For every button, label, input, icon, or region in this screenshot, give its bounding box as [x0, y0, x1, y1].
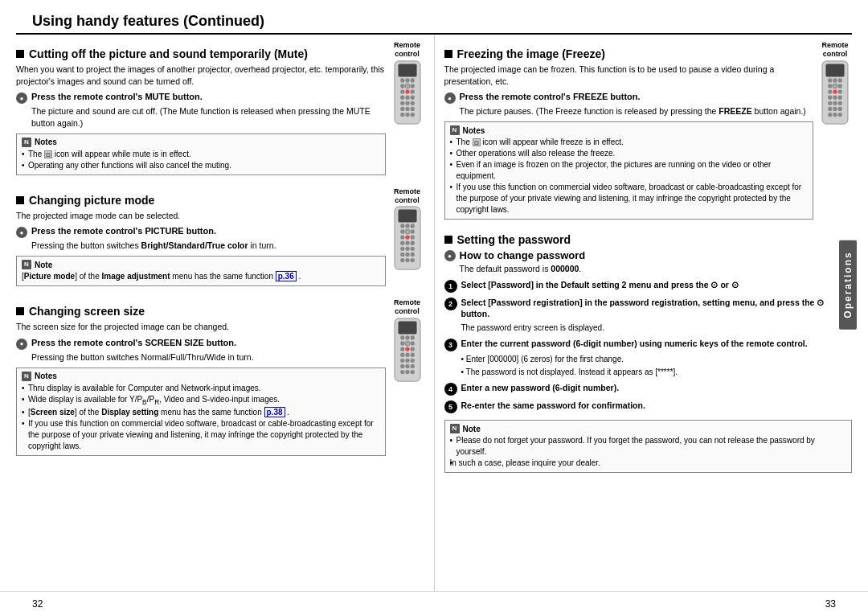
svg-point-11 — [400, 95, 404, 99]
svg-point-76 — [838, 84, 842, 88]
screen-size-note-1: Thru display is available for Computer a… — [22, 383, 380, 394]
svg-point-5 — [400, 84, 404, 88]
freeze-notes-title: N Notes — [450, 125, 809, 135]
password-header: Setting the password — [444, 233, 853, 246]
svg-rect-1 — [398, 64, 416, 76]
svg-point-3 — [405, 78, 409, 82]
screen-size-step-title: Press the remote control's SCREEN SIZE b… — [31, 338, 236, 347]
svg-point-20 — [400, 112, 404, 116]
picture-mode-step-desc: Pressing the button switches Bright/Stan… — [31, 240, 386, 252]
svg-point-86 — [828, 106, 832, 110]
col-right: Freezing the image (Freeze) The projecte… — [435, 35, 853, 591]
picture-mode-header: Changing picture mode — [16, 194, 386, 207]
mute-remote-wrapper: Remotecontrol — [391, 41, 424, 125]
svg-rect-70 — [825, 64, 844, 76]
mute-title: Cutting off the picture and sound tempor… — [29, 47, 308, 60]
password-step-2-num: 2 — [444, 298, 457, 310]
col-left: Cutting off the picture and sound tempor… — [16, 35, 435, 591]
password-step-5: 5 Re-enter the same password for confirm… — [444, 400, 853, 413]
svg-point-6 — [404, 83, 409, 88]
svg-point-17 — [400, 106, 404, 110]
password-step-3-sub1: • Enter [000000] (6 zeros) for the first… — [461, 354, 853, 365]
freeze-desc: The projected image can be frozen. This … — [444, 64, 814, 87]
svg-point-8 — [400, 89, 404, 93]
svg-point-79 — [838, 89, 842, 93]
screen-size-note-4: If you use this function on commercial v… — [22, 418, 380, 452]
svg-point-80 — [828, 95, 832, 99]
password-note-1: Please do not forget your password. If y… — [450, 435, 847, 458]
password-section: Setting the password ● How to change pas… — [444, 233, 853, 473]
mute-remote-svg — [391, 60, 424, 125]
svg-rect-47 — [398, 321, 416, 334]
screen-size-link[interactable]: p.38 — [264, 407, 285, 417]
svg-point-15 — [405, 101, 409, 105]
password-step-4: 4 Enter a new password (6-digit number). — [444, 382, 853, 396]
password-step-5-text: Re-enter the same password for confirmat… — [461, 400, 853, 412]
svg-point-34 — [400, 241, 404, 245]
picture-mode-note-box: N Note [Picture mode] of the Image adjus… — [16, 256, 386, 286]
svg-point-65 — [410, 363, 414, 368]
mute-notes-title: N Notes — [22, 138, 380, 147]
svg-point-10 — [410, 89, 414, 93]
picture-mode-square-icon — [16, 196, 24, 204]
screen-size-notes-icon: N — [22, 372, 31, 381]
password-title: Setting the password — [457, 233, 571, 246]
password-step-2: 2 Select [Password registration] in the … — [444, 297, 853, 320]
password-note-list: Please do not forget your password. If y… — [450, 435, 847, 469]
picture-mode-bold: Bright/Standard/True color — [141, 240, 248, 250]
svg-point-14 — [400, 101, 404, 105]
svg-point-26 — [405, 224, 409, 228]
svg-point-87 — [833, 106, 837, 110]
svg-point-12 — [405, 95, 409, 99]
freeze-remote-label: Remotecontrol — [821, 41, 848, 59]
mute-notes-list: The ⊡ icon will appear while mute is in … — [22, 149, 380, 171]
picture-mode-content: Changing picture mode The projected imag… — [16, 187, 386, 290]
screen-size-notes-box: N Notes Thru display is available for Co… — [16, 368, 386, 457]
password-step-3-text: Enter the current password (6-digit numb… — [461, 338, 853, 350]
freeze-square-icon — [444, 50, 452, 58]
svg-point-60 — [400, 358, 404, 362]
svg-point-75 — [833, 83, 837, 88]
picture-mode-step-title: Press the remote control's PICTURE butto… — [31, 226, 216, 236]
freeze-note-3: Even if an image is frozen on the projec… — [450, 159, 809, 182]
svg-point-37 — [400, 247, 404, 251]
svg-point-91 — [838, 112, 842, 116]
password-step-2-sub: The password entry screen is displayed. — [461, 322, 853, 334]
svg-point-53 — [410, 341, 414, 345]
picture-mode-section: Changing picture mode The projected imag… — [16, 187, 424, 290]
page-numbers: 32 33 — [0, 591, 868, 616]
svg-point-45 — [410, 258, 414, 262]
password-step-2-text: Select [Password registration] in the pa… — [461, 297, 853, 320]
password-square-icon — [444, 236, 452, 244]
svg-rect-24 — [398, 210, 416, 223]
svg-point-57 — [400, 352, 404, 356]
screen-size-title: Changing screen size — [29, 305, 145, 318]
screen-size-content: Changing screen size The screen size for… — [16, 298, 386, 460]
svg-point-30 — [410, 230, 414, 234]
freeze-note-4: If you use this function on commercial v… — [450, 182, 809, 216]
change-password-icon: ● — [444, 250, 456, 261]
picture-mode-note-title: N Note — [22, 260, 380, 269]
freeze-section: Freezing the image (Freeze) The projecte… — [444, 41, 853, 224]
svg-point-21 — [405, 112, 409, 116]
svg-point-31 — [400, 236, 404, 240]
freeze-notes-icon: N — [450, 125, 460, 135]
svg-point-88 — [838, 106, 842, 110]
svg-point-62 — [410, 358, 414, 362]
svg-point-41 — [405, 253, 409, 257]
operations-tab-wrapper: Operations — [839, 240, 857, 330]
svg-point-74 — [828, 84, 832, 88]
svg-point-22 — [410, 112, 414, 116]
svg-point-56 — [410, 347, 414, 351]
picture-mode-remote-svg — [391, 206, 424, 270]
picture-mode-link[interactable]: p.36 — [276, 271, 297, 281]
freeze-content: Freezing the image (Freeze) The projecte… — [444, 41, 814, 224]
password-step-4-num: 4 — [444, 383, 457, 396]
screen-size-desc: The screen size for the projected image … — [16, 321, 386, 333]
svg-point-35 — [405, 241, 409, 245]
password-note-title: N Note — [450, 424, 847, 433]
svg-point-77 — [828, 89, 832, 93]
screen-size-note-3: [Screen size] of the Display setting men… — [22, 407, 380, 418]
svg-point-82 — [838, 95, 842, 99]
mute-header: Cutting off the picture and sound tempor… — [16, 47, 386, 60]
